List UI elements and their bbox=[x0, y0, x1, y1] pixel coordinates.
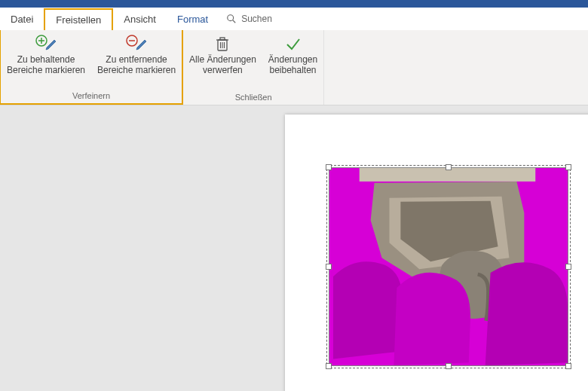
ribbon-group-verfeinern: Zu behaltende Bereiche markieren Zu entf… bbox=[0, 30, 183, 105]
tab-freistellen[interactable]: Freistellen bbox=[44, 8, 113, 30]
svg-point-0 bbox=[228, 15, 234, 21]
document-area bbox=[0, 105, 588, 391]
group-caption-schliessen: Schließen bbox=[235, 91, 272, 105]
svg-rect-9 bbox=[220, 38, 225, 40]
discard-all-changes-button[interactable]: Alle Änderungen verwerfen bbox=[183, 30, 262, 91]
resize-handle-ne[interactable] bbox=[565, 164, 571, 170]
tab-file[interactable]: Datei bbox=[0, 8, 44, 30]
discard-label: Alle Änderungen verwerfen bbox=[189, 54, 256, 75]
mark-areas-to-keep-button[interactable]: Zu behaltende Bereiche markieren bbox=[1, 30, 91, 90]
trash-icon bbox=[210, 33, 234, 54]
search-box[interactable]: Suchen bbox=[219, 8, 280, 30]
resize-handle-n[interactable] bbox=[446, 164, 452, 170]
keep-changes-label: Änderungen beibehalten bbox=[268, 54, 317, 75]
ribbon-tabs: Datei Freistellen Ansicht Format Suchen bbox=[0, 8, 588, 30]
keep-changes-button[interactable]: Änderungen beibehalten bbox=[262, 30, 323, 91]
title-bar bbox=[0, 0, 588, 8]
search-icon bbox=[226, 14, 237, 24]
search-placeholder: Suchen bbox=[241, 14, 272, 24]
resize-handle-se[interactable] bbox=[565, 363, 571, 369]
mark-remove-label: Zu entfernende Bereiche markieren bbox=[97, 54, 176, 75]
resize-handle-nw[interactable] bbox=[326, 164, 332, 170]
tab-format[interactable]: Format bbox=[167, 8, 219, 30]
tab-ansicht[interactable]: Ansicht bbox=[113, 8, 167, 30]
document-page bbox=[285, 115, 588, 391]
checkmark-icon bbox=[281, 33, 305, 54]
selected-picture[interactable] bbox=[329, 167, 568, 366]
svg-line-1 bbox=[233, 20, 236, 23]
resize-handle-s[interactable] bbox=[446, 363, 452, 369]
ribbon: Zu behaltende Bereiche markieren Zu entf… bbox=[0, 30, 588, 105]
resize-handle-w[interactable] bbox=[326, 264, 332, 270]
mark-keep-label: Zu behaltende Bereiche markieren bbox=[7, 54, 85, 75]
ribbon-group-schliessen: Alle Änderungen verwerfen Änderungen bei… bbox=[183, 30, 324, 105]
mark-areas-to-remove-button[interactable]: Zu entfernende Bereiche markieren bbox=[91, 30, 182, 90]
svg-rect-18 bbox=[329, 168, 360, 206]
plus-pencil-icon bbox=[34, 33, 58, 54]
resize-handle-e[interactable] bbox=[565, 264, 571, 270]
svg-rect-19 bbox=[535, 168, 568, 213]
group-caption-verfeinern: Verfeinern bbox=[72, 90, 110, 103]
minus-pencil-icon bbox=[124, 33, 149, 54]
resize-handle-sw[interactable] bbox=[326, 363, 332, 369]
background-removal-preview bbox=[329, 168, 568, 365]
